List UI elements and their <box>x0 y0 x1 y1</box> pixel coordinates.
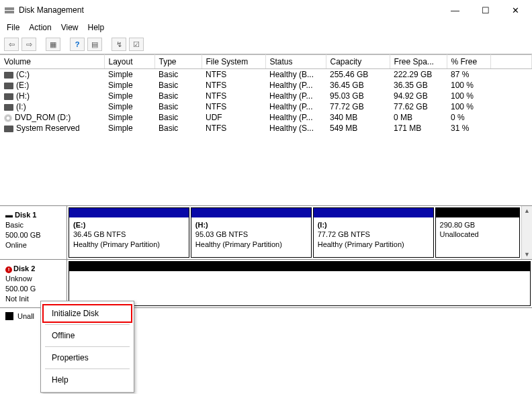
drive-icon <box>4 126 13 132</box>
titlebar: Disk Management — ☐ ✕ <box>0 0 532 20</box>
menu-initialize-disk[interactable]: Initialize Disk <box>42 304 132 323</box>
toolbar-check-icon[interactable]: ☑ <box>129 38 144 51</box>
volume-row[interactable]: (I:)SimpleBasicNTFSHealthy (P...77.72 GB… <box>0 101 532 112</box>
minimize-button[interactable]: — <box>440 1 470 19</box>
col-pctfree[interactable]: % Free <box>447 55 490 69</box>
volume-row[interactable]: System ReservedSimpleBasicNTFSHealthy (S… <box>0 123 532 134</box>
partition[interactable]: (I:)77.72 GB NTFSHealthy (Primary Partit… <box>313 207 434 258</box>
disk-map: ▬ Disk 1 Basic 500.00 GB Online (E:)36.4… <box>0 205 532 308</box>
menu-view[interactable]: View <box>58 21 85 34</box>
menu-offline[interactable]: Offline <box>42 326 132 345</box>
menu-action[interactable]: Action <box>26 21 58 34</box>
drive-icon <box>4 72 13 79</box>
col-capacity[interactable]: Capacity <box>326 55 390 69</box>
legend-swatch-unallocated <box>5 312 13 320</box>
svg-rect-1 <box>5 11 14 13</box>
disk-row-1: ▬ Disk 1 Basic 500.00 GB Online (E:)36.4… <box>0 206 532 260</box>
partition[interactable]: (H:)95.03 GB NTFSHealthy (Primary Partit… <box>191 207 312 258</box>
back-button[interactable]: ⇦ <box>4 38 19 51</box>
drive-icon <box>4 83 13 89</box>
col-free[interactable]: Free Spa... <box>390 55 447 69</box>
column-header-row: Volume Layout Type File System Status Ca… <box>0 55 532 69</box>
warning-icon: ! <box>5 266 12 273</box>
svg-rect-0 <box>5 7 14 10</box>
app-icon <box>4 5 15 15</box>
toolbar: ⇦ ⇨ ▦ ? ▤ ↯ ☑ <box>0 36 532 54</box>
window-title: Disk Management <box>19 5 440 15</box>
disk2-body[interactable] <box>67 260 532 307</box>
close-button[interactable]: ✕ <box>500 1 531 19</box>
drive-icon <box>4 93 13 100</box>
cd-icon <box>4 114 12 122</box>
menu-file[interactable]: File <box>4 21 26 34</box>
maximize-button[interactable]: ☐ <box>470 1 500 19</box>
volume-row[interactable]: (H:)SimpleBasicNTFSHealthy (P...95.03 GB… <box>0 91 532 101</box>
volume-row[interactable]: DVD_ROM (D:)SimpleBasicUDFHealthy (P...3… <box>0 112 532 123</box>
help-icon[interactable]: ? <box>70 38 85 51</box>
toolbar-list-icon[interactable]: ▤ <box>87 38 102 51</box>
partition[interactable]: (E:)36.45 GB NTFSHealthy (Primary Partit… <box>69 207 189 258</box>
forward-button[interactable]: ⇨ <box>21 38 36 51</box>
volume-list: Volume Layout Type File System Status Ca… <box>0 54 532 205</box>
drive-icon <box>4 104 13 111</box>
volume-row[interactable]: (E:)SimpleBasicNTFSHealthy (P...36.45 GB… <box>0 80 532 91</box>
legend-unallocated: Unall <box>17 312 34 320</box>
menu-properties[interactable]: Properties <box>42 348 132 367</box>
toolbar-view-icon[interactable]: ▦ <box>46 38 60 51</box>
partition[interactable]: 290.80 GBUnallocated <box>435 207 520 258</box>
menubar: File Action View Help <box>0 20 532 36</box>
disk-icon: ▬ <box>5 211 13 219</box>
scrollbar[interactable]: ▲▼ <box>521 206 532 259</box>
unallocated-bar <box>69 262 530 271</box>
col-status[interactable]: Status <box>265 55 326 69</box>
toolbar-action-icon[interactable]: ↯ <box>112 38 126 51</box>
col-type[interactable]: Type <box>154 55 202 69</box>
col-layout[interactable]: Layout <box>104 55 154 69</box>
col-volume[interactable]: Volume <box>0 55 104 69</box>
col-filesystem[interactable]: File System <box>202 55 265 69</box>
disk1-header[interactable]: ▬ Disk 1 Basic 500.00 GB Online <box>0 206 67 259</box>
volume-row[interactable]: (C:)SimpleBasicNTFSHealthy (B...255.46 G… <box>0 69 532 81</box>
menu-help[interactable]: Help <box>85 21 112 34</box>
context-menu: Initialize Disk Offline Properties Help <box>40 301 134 393</box>
menu-help[interactable]: Help <box>42 371 132 389</box>
